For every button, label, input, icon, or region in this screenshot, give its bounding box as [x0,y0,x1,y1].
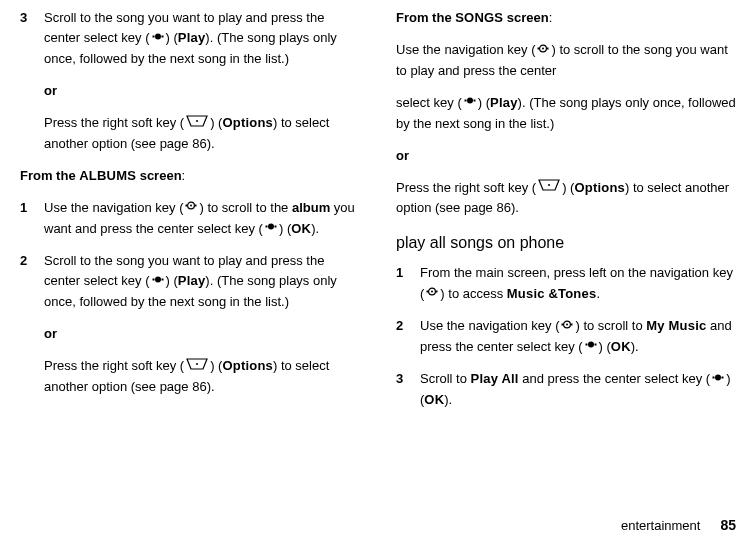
left-column: 3 Scroll to the song you want to play an… [20,8,360,422]
step-number: 1 [396,263,420,304]
svg-point-6 [190,205,192,207]
svg-point-14 [196,363,198,365]
text: Scroll to [420,371,471,386]
right-soft-key-icon [185,114,209,134]
step-number: 3 [20,8,44,69]
step-content: Use the navigation key () to scroll to M… [420,316,736,357]
colon: : [182,168,186,183]
navigation-key-icon [536,41,550,61]
svg-point-25 [431,291,433,293]
para: Use the navigation key () to scroll to t… [396,40,736,81]
step-content: From the main screen, press left on the … [420,263,736,304]
text: From the [20,168,79,183]
para: select key () (Play). (The song plays on… [396,93,736,134]
center-select-icon [264,219,278,239]
from-songs-heading: From the SONGS screen: [396,8,736,28]
svg-point-17 [542,47,544,49]
center-select-icon [711,370,725,390]
text: ) ( [166,30,178,45]
step-number: 3 [396,369,420,410]
or-text: or [20,81,360,101]
svg-rect-10 [274,226,276,228]
softkey-para: Press the right soft key () (Options) to… [20,113,360,154]
text: From the [396,10,455,25]
svg-point-29 [566,323,568,325]
step-content: Scroll to the song you want to play and … [44,8,360,69]
from-albums-heading: From the ALBUMS screen: [20,166,360,186]
text: . [596,286,600,301]
navigation-key-icon [184,198,198,218]
step-number: 2 [20,251,44,312]
text: Use the navigation key ( [420,318,559,333]
svg-rect-34 [713,376,715,378]
page-number: 85 [720,517,736,533]
svg-rect-33 [594,344,596,346]
subheading: play all songs on phone [396,231,736,256]
svg-rect-19 [464,100,466,102]
svg-rect-0 [152,35,154,37]
step-1: 1 From the main screen, press left on th… [396,263,736,304]
text: Press the right soft key ( [44,358,184,373]
navigation-key-icon [425,284,439,304]
center-select-icon [151,29,165,49]
step-2: 2 Use the navigation key () to scroll to… [396,316,736,357]
svg-rect-2 [161,35,163,37]
text: ) to scroll to [575,318,646,333]
text: ) to access [440,286,506,301]
text: Press the right soft key ( [44,115,184,130]
svg-rect-30 [571,323,573,325]
center-select-icon [151,272,165,292]
options-label: Options [574,180,625,195]
center-select-icon [463,93,477,113]
options-label: Options [222,115,273,130]
step-content: Use the navigation key () to scroll to t… [44,198,360,239]
step-number: 2 [396,316,420,357]
text: ) ( [599,339,611,354]
play-label: Play [178,273,206,288]
text: ) ( [166,273,178,288]
text: ) ( [478,95,490,110]
text: select key ( [396,95,462,110]
text: Press the right soft key ( [396,180,536,195]
center-select-icon [584,337,598,357]
svg-rect-13 [161,278,163,280]
music-tones-label: Music &Tones [507,286,597,301]
svg-rect-26 [436,291,438,293]
text: screen [136,168,182,183]
play-label: Play [178,30,206,45]
step-1: 1 Use the navigation key () to scroll to… [20,198,360,239]
my-music-label: My Music [646,318,706,333]
or-text: or [396,146,736,166]
svg-point-1 [155,33,161,39]
softkey-para: Press the right soft key () (Options) to… [20,356,360,397]
svg-point-9 [268,224,274,230]
softkey-para: Press the right soft key () (Options) to… [396,178,736,219]
svg-point-22 [548,184,550,186]
svg-rect-36 [722,376,724,378]
right-soft-key-icon [185,357,209,377]
text: Use the navigation key ( [44,200,183,215]
svg-rect-31 [585,344,587,346]
svg-point-35 [715,374,721,380]
svg-rect-8 [265,226,267,228]
step-content: Scroll to Play All and press the center … [420,369,736,410]
svg-point-12 [155,276,161,282]
page-footer: entertainment85 [621,515,736,537]
text: ) ( [210,358,222,373]
svg-rect-7 [195,205,197,207]
text: and press the center select key ( [519,371,710,386]
songs-label: SONGS [455,10,503,25]
text: ) ( [279,221,291,236]
right-column: From the SONGS screen: Use the navigatio… [396,8,736,422]
options-label: Options [222,358,273,373]
text: ) ( [562,180,574,195]
step-content: Scroll to the song you want to play and … [44,251,360,312]
text: ) to scroll to the [199,200,291,215]
text: ). [631,339,639,354]
step-number: 1 [20,198,44,239]
step-2: 2 Scroll to the song you want to play an… [20,251,360,312]
svg-point-32 [588,342,594,348]
navigation-key-icon [560,317,574,337]
svg-rect-18 [547,47,549,49]
text: ) ( [210,115,222,130]
